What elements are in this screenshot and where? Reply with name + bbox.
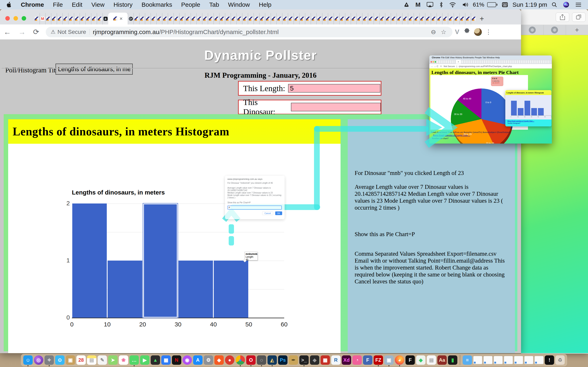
dock-preview[interactable]: ▣ <box>384 355 394 365</box>
dock-netflix[interactable]: N <box>172 355 181 365</box>
avast-icon[interactable] <box>402 2 411 8</box>
dock-pages[interactable]: ▤ <box>427 355 436 365</box>
dock-siri[interactable]: ◎ <box>34 355 43 365</box>
browser-tab[interactable] <box>282 13 288 25</box>
browser-tab[interactable] <box>356 13 362 25</box>
dock-minimized-window[interactable] <box>504 356 513 364</box>
browser-tab[interactable] <box>139 13 145 25</box>
dialog-prompt-input[interactable] <box>227 206 282 210</box>
new-tab-button[interactable]: + <box>476 13 487 25</box>
dock-gem[interactable]: ◆ <box>416 355 425 365</box>
address-bar[interactable]: ⚠ Not Secure rjmprogramming.com.au /PHP/… <box>46 27 452 37</box>
browser-tab[interactable] <box>231 13 236 25</box>
dock-adobe-xd[interactable]: Xd <box>342 355 351 365</box>
dock-calendar[interactable]: 28 <box>76 355 86 365</box>
browser-tab[interactable] <box>259 13 265 25</box>
browser-tab[interactable] <box>196 13 202 25</box>
bookmark-star-icon[interactable]: ☆ <box>438 28 449 35</box>
back-icon[interactable]: ← <box>0 28 15 36</box>
browser-tab[interactable] <box>271 13 277 25</box>
browser-tab[interactable] <box>431 13 437 25</box>
dock-chrome[interactable]: ● <box>236 355 245 365</box>
browser-tab[interactable] <box>208 13 214 25</box>
browser-tab[interactable] <box>425 13 431 25</box>
dock-photoshop[interactable]: Ps <box>278 355 287 365</box>
menu-item-people[interactable]: People <box>177 1 205 8</box>
dock-messages[interactable]: … <box>130 355 139 365</box>
zoom-window-button[interactable] <box>22 16 26 21</box>
dock-safari[interactable]: ⊙ <box>55 355 65 365</box>
browser-tab[interactable] <box>236 13 242 25</box>
dock-minimized-window[interactable] <box>484 356 493 364</box>
minimize-window-button[interactable] <box>13 16 18 21</box>
browser-tab[interactable] <box>202 13 208 25</box>
forward-icon[interactable]: → <box>15 28 29 36</box>
dock-launchpad[interactable]: ✧ <box>44 355 54 365</box>
close-tab-icon[interactable]: × <box>120 16 122 22</box>
browser-tab[interactable] <box>328 13 334 25</box>
dock-feather-pen[interactable]: ✒ <box>289 355 298 365</box>
menu-item-chrome[interactable]: Chrome <box>16 1 48 8</box>
browser-tab[interactable] <box>265 13 271 25</box>
dock-pink-sphere[interactable]: ◔ <box>352 355 362 365</box>
vue-devtools-extension-icon[interactable]: V <box>452 28 462 36</box>
browser-tab[interactable] <box>145 13 151 25</box>
dock-minimized-window[interactable] <box>514 356 523 364</box>
menu-item-view[interactable]: View <box>87 1 109 8</box>
menu-item-edit[interactable]: Edit <box>67 1 87 8</box>
this-dinosaur-input[interactable] <box>291 103 381 111</box>
menu-item-bookmarks[interactable]: Bookmarks <box>137 1 177 8</box>
browser-tab[interactable] <box>402 13 408 25</box>
browser-tab[interactable] <box>97 13 103 25</box>
pie-chart-preview-window[interactable]: Chrome File Edit View History Bookmarks … <box>429 55 552 143</box>
input-source-icon[interactable] <box>500 2 510 7</box>
histogram-bar-20-30[interactable] <box>143 203 178 318</box>
chrome-menu-icon[interactable]: ⋮ <box>484 28 495 35</box>
dock-firefox[interactable]: ◕ <box>395 355 404 365</box>
browser-tab[interactable] <box>316 13 322 25</box>
dock-code-window[interactable]: ▮ <box>448 355 457 365</box>
histogram-bar-0-10[interactable] <box>72 203 107 318</box>
histogram-bar-40-50[interactable] <box>214 261 248 318</box>
dock-alert[interactable]: ! <box>545 355 554 365</box>
browser-tab[interactable] <box>34 13 40 25</box>
browser-tab[interactable] <box>299 13 305 25</box>
browser-tab[interactable] <box>294 13 299 25</box>
mini-footer-links[interactable]: Menu Email snapshot of Google Chart ... <box>433 134 551 136</box>
menu-item-tab[interactable]: Tab <box>205 1 224 8</box>
dock-finder[interactable]: ☺ <box>23 355 33 365</box>
browser-tab[interactable] <box>80 13 85 25</box>
browser-tab[interactable] <box>45 13 51 25</box>
tab-overview-icon[interactable] <box>572 12 586 22</box>
browser-tab[interactable] <box>134 13 139 25</box>
browser-tab[interactable] <box>179 13 185 25</box>
dock-filezilla[interactable]: FZ <box>374 355 383 365</box>
browser-tab[interactable] <box>322 13 328 25</box>
browser-tab[interactable] <box>288 13 294 25</box>
browser-tab[interactable] <box>91 13 97 25</box>
profile-avatar[interactable] <box>474 28 482 36</box>
browser-tab[interactable] <box>437 13 442 25</box>
siri-icon[interactable] <box>562 2 571 8</box>
browser-tab[interactable] <box>465 13 471 25</box>
browser-tab[interactable] <box>311 13 316 25</box>
browser-tab[interactable] <box>225 13 231 25</box>
this-length-input[interactable] <box>288 84 380 92</box>
browser-tab[interactable] <box>368 13 374 25</box>
dock-notes[interactable]: ▤ <box>87 355 96 365</box>
menu-bar-clock[interactable]: Sun 1:19 pm <box>512 1 547 8</box>
background-tab[interactable]: ⊕ <box>521 25 543 35</box>
mini-histogram-links[interactable]: Menu Email snapshot of Google Chart ... <box>507 120 552 122</box>
dock-downloads-stack[interactable]: ≡ <box>463 355 472 365</box>
dock-adobe-cc[interactable]: ◈ <box>214 355 224 365</box>
apple-menu-icon[interactable] <box>0 2 16 8</box>
not-secure-label[interactable]: Not Secure <box>57 29 86 35</box>
dock-minimized-window[interactable] <box>473 356 482 364</box>
menu-item-file[interactable]: File <box>48 1 67 8</box>
browser-tab[interactable] <box>442 13 448 25</box>
browser-tab[interactable] <box>339 13 345 25</box>
dock-minimized-window[interactable] <box>494 356 503 364</box>
dialog-ok-button[interactable]: OK <box>275 211 282 215</box>
browser-tab[interactable] <box>151 13 156 25</box>
browser-tab[interactable] <box>162 13 168 25</box>
